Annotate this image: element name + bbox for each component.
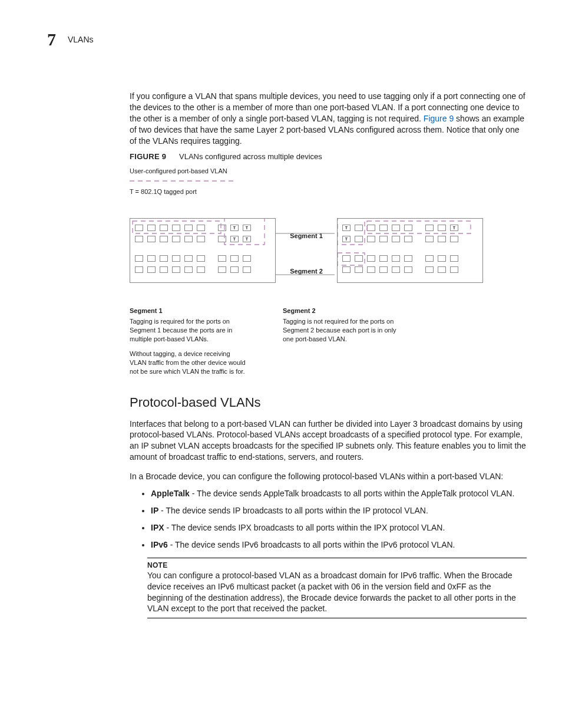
segment-1-p2: Without tagging, a device receiving VLAN…	[130, 350, 247, 376]
port	[197, 255, 205, 262]
port	[243, 266, 251, 273]
port-row: T	[342, 236, 478, 242]
bullet-text: - The device sends IPv6 broadcasts to al…	[168, 540, 455, 549]
legend-tagged: T = 802.1Q tagged port	[130, 187, 483, 196]
right-switch: T T T	[337, 218, 483, 283]
port	[172, 266, 180, 273]
body-column: If you configure a VLAN that spans multi…	[130, 91, 527, 618]
figure-caption-text: VLANs configured across multiple devices	[179, 152, 322, 161]
port	[450, 255, 458, 262]
port-row: TT	[135, 225, 270, 231]
port	[438, 225, 446, 231]
port	[379, 255, 388, 262]
header-title: VLANs	[68, 35, 94, 44]
left-switch: TT TT	[130, 218, 276, 283]
list-item: IPv6 - The device sends IPv6 broadcasts …	[151, 539, 527, 551]
port	[425, 236, 434, 242]
segment-2-explanation: Segment 2 Tagging is not required for th…	[283, 307, 401, 382]
port	[355, 255, 363, 262]
bullet-text: - The device sends AppleTalk broadcasts …	[190, 489, 515, 498]
figure-caption: FIGURE 9 VLANs configured across multipl…	[130, 152, 527, 161]
port	[392, 225, 400, 231]
bullet-term: IP	[151, 506, 158, 515]
port	[197, 225, 205, 231]
port-row	[135, 266, 270, 273]
port	[355, 225, 363, 231]
port	[355, 266, 363, 273]
bullet-text: - The device sends IPX broadcasts to all…	[164, 523, 445, 532]
figure-legend: User-configured port-based VLAN T = 802.…	[130, 167, 483, 196]
port	[147, 225, 156, 231]
bullet-term: AppleTalk	[151, 489, 190, 498]
port	[367, 266, 375, 273]
port-row	[342, 255, 478, 262]
port	[379, 266, 388, 273]
port	[425, 225, 434, 231]
port	[218, 236, 226, 242]
legend-user-vlan: User-configured port-based VLAN	[130, 167, 483, 176]
port	[135, 255, 143, 262]
note-box: NOTE You can configure a protocol-based …	[147, 558, 527, 619]
page-header: 7 VLANs	[47, 29, 527, 50]
port	[342, 266, 351, 273]
port	[450, 266, 458, 273]
list-item: IPX - The device sends IPX broadcasts to…	[151, 522, 527, 533]
port	[438, 266, 446, 273]
port	[147, 236, 156, 242]
port	[404, 266, 412, 273]
figure-9-link[interactable]: Figure 9	[424, 114, 454, 123]
note-text: You can configure a protocol-based VLAN …	[147, 570, 527, 615]
chapter-number: 7	[47, 29, 56, 50]
port	[135, 225, 143, 231]
protocol-list: AppleTalk - The device sends AppleTalk b…	[130, 488, 527, 551]
tagged-port: T	[230, 225, 239, 231]
port	[197, 236, 205, 242]
port	[218, 225, 226, 231]
port	[218, 266, 226, 273]
port	[160, 225, 168, 231]
port	[355, 236, 363, 242]
list-item: IP - The device sends IP broadcasts to a…	[151, 505, 527, 516]
port-row	[135, 255, 270, 262]
port	[438, 236, 446, 242]
port	[184, 236, 193, 242]
port	[160, 236, 168, 242]
port	[367, 255, 375, 262]
port	[404, 225, 412, 231]
port	[197, 266, 205, 273]
port	[438, 255, 446, 262]
port	[172, 255, 180, 262]
section-para-1: Interfaces that belong to a port-based V…	[130, 419, 527, 463]
port	[404, 255, 412, 262]
port-row: T T	[342, 225, 478, 231]
port	[184, 255, 193, 262]
port-row	[342, 266, 478, 273]
port	[379, 225, 388, 231]
port	[135, 266, 143, 273]
note-label: NOTE	[147, 561, 527, 570]
port	[450, 236, 458, 242]
tagged-port: T	[230, 236, 239, 242]
figure-9: User-configured port-based VLAN T = 802.…	[130, 167, 483, 381]
figure-explanation: Segment 1 Tagging is required for the po…	[130, 307, 483, 382]
port	[392, 266, 400, 273]
port	[379, 236, 388, 242]
port	[425, 255, 434, 262]
port	[392, 255, 400, 262]
port	[367, 236, 375, 242]
section-heading: Protocol-based VLANs	[130, 395, 527, 410]
page: 7 VLANs If you configure a VLAN that spa…	[0, 0, 562, 642]
port	[243, 255, 251, 262]
segment-1-title: Segment 1	[130, 307, 247, 315]
port	[147, 255, 156, 262]
tagged-port: T	[450, 225, 458, 231]
section-para-2: In a Brocade device, you can configure t…	[130, 471, 527, 482]
segment-1-p1: Tagging is required for the ports on Seg…	[130, 317, 247, 344]
legend-dash-line	[130, 179, 236, 183]
port	[230, 266, 239, 273]
tagged-port: T	[243, 225, 251, 231]
bullet-term: IPv6	[151, 540, 168, 549]
port	[392, 236, 400, 242]
port	[172, 225, 180, 231]
tagged-port: T	[342, 236, 351, 242]
